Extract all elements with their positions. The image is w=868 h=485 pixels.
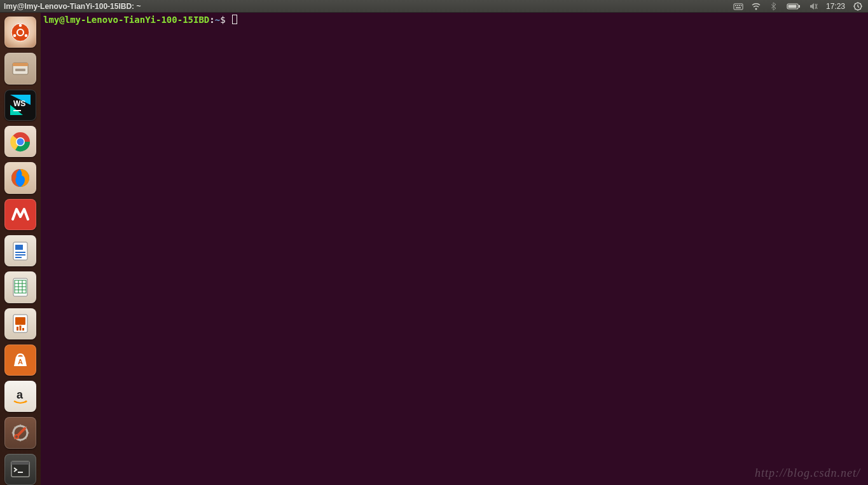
top-menubar: lmy@lmy-Lenovo-TianYi-100-15IBD: ~ 17:23 bbox=[0, 0, 868, 13]
unity-launcher: WS A a bbox=[0, 13, 41, 485]
clock-indicator[interactable]: 17:23 bbox=[826, 2, 845, 11]
launcher-settings[interactable] bbox=[4, 417, 36, 448]
svg-point-6 bbox=[755, 8, 757, 10]
launcher-chrome[interactable] bbox=[4, 126, 36, 157]
svg-rect-0 bbox=[734, 4, 743, 10]
svg-rect-30 bbox=[15, 245, 23, 250]
launcher-dash[interactable] bbox=[4, 17, 36, 48]
svg-rect-4 bbox=[741, 5, 742, 6]
launcher-impress[interactable] bbox=[4, 308, 36, 339]
network-indicator-icon[interactable] bbox=[751, 1, 761, 11]
svg-point-16 bbox=[19, 24, 22, 27]
launcher-writer[interactable] bbox=[4, 235, 36, 266]
bluetooth-indicator-icon[interactable] bbox=[769, 1, 779, 11]
svg-rect-45 bbox=[22, 328, 24, 331]
launcher-files[interactable] bbox=[4, 53, 36, 84]
prompt-user: lmy@lmy-Lenovo-TianYi-100-15IBD bbox=[43, 15, 209, 25]
svg-rect-42 bbox=[15, 317, 25, 325]
svg-point-17 bbox=[13, 34, 17, 37]
svg-rect-24 bbox=[13, 110, 21, 111]
svg-point-18 bbox=[25, 34, 28, 37]
battery-indicator-icon[interactable] bbox=[787, 1, 801, 11]
launcher-calc[interactable] bbox=[4, 271, 36, 303]
svg-text:a: a bbox=[17, 388, 24, 401]
svg-point-49 bbox=[15, 435, 18, 439]
svg-rect-3 bbox=[739, 5, 740, 6]
session-indicator-icon[interactable] bbox=[853, 1, 863, 11]
svg-text:A: A bbox=[18, 358, 23, 365]
svg-point-27 bbox=[17, 138, 24, 145]
svg-rect-9 bbox=[788, 4, 796, 8]
prompt-dollar: $ bbox=[220, 15, 225, 25]
svg-text:WS: WS bbox=[13, 99, 25, 108]
prompt-path: ~ bbox=[215, 15, 220, 25]
svg-rect-5 bbox=[736, 7, 741, 8]
launcher-webstorm[interactable]: WS bbox=[4, 90, 36, 121]
prompt-colon: : bbox=[209, 15, 214, 25]
svg-rect-21 bbox=[15, 69, 25, 71]
launcher-software[interactable]: A bbox=[4, 345, 36, 376]
window-title: lmy@lmy-Lenovo-TianYi-100-15IBD: ~ bbox=[4, 2, 733, 11]
svg-rect-2 bbox=[737, 5, 738, 6]
svg-rect-20 bbox=[13, 63, 28, 66]
keyboard-indicator-icon[interactable] bbox=[733, 1, 743, 11]
svg-rect-43 bbox=[17, 327, 18, 331]
launcher-terminal[interactable] bbox=[4, 454, 36, 485]
launcher-xmind[interactable] bbox=[4, 199, 36, 230]
launcher-firefox[interactable] bbox=[4, 162, 36, 193]
launcher-amazon[interactable]: a bbox=[4, 381, 36, 412]
svg-rect-51 bbox=[11, 461, 29, 465]
svg-rect-1 bbox=[735, 5, 736, 6]
terminal-window[interactable]: lmy@lmy-Lenovo-TianYi-100-15IBD:~$ bbox=[41, 13, 868, 485]
svg-rect-34 bbox=[13, 278, 27, 296]
indicator-area: 17:23 bbox=[733, 1, 868, 11]
svg-rect-8 bbox=[799, 5, 800, 8]
terminal-cursor-icon bbox=[232, 15, 237, 24]
terminal-prompt: lmy@lmy-Lenovo-TianYi-100-15IBD:~$ bbox=[43, 15, 231, 25]
watermark-text: http://blog.csdn.net/ bbox=[755, 467, 860, 480]
sound-indicator-icon[interactable] bbox=[808, 1, 818, 11]
svg-rect-44 bbox=[20, 325, 22, 331]
